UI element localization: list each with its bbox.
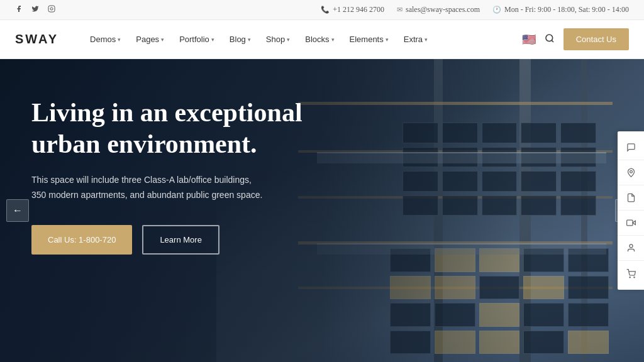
svg-point-4	[630, 170, 632, 173]
email-icon: ✉	[397, 6, 402, 14]
chevron-down-icon: ▾	[386, 36, 389, 43]
language-flag[interactable]: 🇺🇸	[522, 33, 536, 47]
chevron-down-icon: ▾	[161, 36, 164, 43]
top-bar: 📞 +1 212 946 2700 ✉ sales@sway-spaces.co…	[0, 0, 644, 20]
chat-tool-button[interactable]	[618, 135, 644, 160]
svg-marker-5	[633, 221, 635, 224]
chevron-down-icon: ▾	[248, 36, 251, 43]
logo[interactable]: SWAY	[15, 32, 58, 47]
learn-more-button[interactable]: Learn More	[142, 225, 219, 255]
svg-point-9	[633, 277, 634, 277]
nav-portfolio[interactable]: Portfolio ▾	[173, 30, 221, 49]
nav-blog[interactable]: Blog ▾	[223, 30, 257, 49]
search-button[interactable]	[542, 31, 557, 48]
chevron-down-icon: ▾	[287, 36, 290, 43]
nav-elements[interactable]: Elements ▾	[343, 30, 395, 49]
side-toolbar	[618, 131, 644, 290]
contact-info: 📞 +1 212 946 2700 ✉ sales@sway-spaces.co…	[321, 5, 629, 14]
svg-rect-6	[626, 220, 632, 226]
chevron-down-icon: ▾	[425, 36, 428, 43]
svg-line-3	[552, 40, 553, 42]
phone-info: 📞 +1 212 946 2700	[321, 5, 384, 14]
instagram-link[interactable]	[48, 5, 55, 15]
clock-icon: 🕐	[492, 6, 501, 14]
nav-menu: Demos ▾ Pages ▾ Portfolio ▾ Blog ▾ Shop …	[84, 30, 522, 49]
svg-rect-0	[48, 6, 55, 12]
hero-buttons: Call Us: 1-800-720 Learn More	[31, 225, 333, 255]
hero-title: Living in an exceptional urban environme…	[31, 97, 333, 160]
chevron-down-icon: ▾	[211, 36, 214, 43]
hero-prev-arrow[interactable]: ←	[6, 199, 29, 222]
video-tool-button[interactable]	[618, 211, 644, 236]
nav-right: 🇺🇸 Contact Us	[522, 28, 629, 50]
svg-point-2	[546, 35, 553, 41]
chevron-down-icon: ▾	[331, 36, 335, 43]
nav-demos[interactable]: Demos ▾	[84, 30, 127, 49]
nav-extra[interactable]: Extra ▾	[397, 30, 434, 49]
email-info: ✉ sales@sway-spaces.com	[397, 5, 480, 14]
svg-point-7	[630, 244, 633, 248]
document-tool-button[interactable]	[618, 185, 644, 211]
twitter-link[interactable]	[31, 5, 39, 15]
nav-shop[interactable]: Shop ▾	[260, 30, 296, 49]
hero-content: Living in an exceptional urban environme…	[31, 97, 333, 255]
location-tool-button[interactable]	[618, 160, 644, 185]
chevron-down-icon: ▾	[118, 36, 121, 43]
call-us-button[interactable]: Call Us: 1-800-720	[31, 225, 132, 255]
hours-info: 🕐 Mon - Fri: 9:00 - 18:00, Sat: 9:00 - 1…	[492, 5, 629, 14]
hero-description: This space will include three Class-A la…	[31, 173, 264, 203]
nav-pages[interactable]: Pages ▾	[130, 30, 170, 49]
cart-tool-button[interactable]	[618, 261, 644, 286]
facebook-link[interactable]	[15, 5, 23, 15]
user-tool-button[interactable]	[618, 236, 644, 261]
social-links	[15, 5, 55, 15]
svg-point-8	[630, 277, 630, 277]
contact-button[interactable]: Contact Us	[564, 28, 629, 50]
navbar: SWAY Demos ▾ Pages ▾ Portfolio ▾ Blog ▾ …	[0, 20, 644, 59]
phone-icon: 📞	[321, 6, 330, 14]
nav-blocks[interactable]: Blocks ▾	[299, 30, 340, 49]
hero-section: Living in an exceptional urban environme…	[0, 59, 644, 362]
